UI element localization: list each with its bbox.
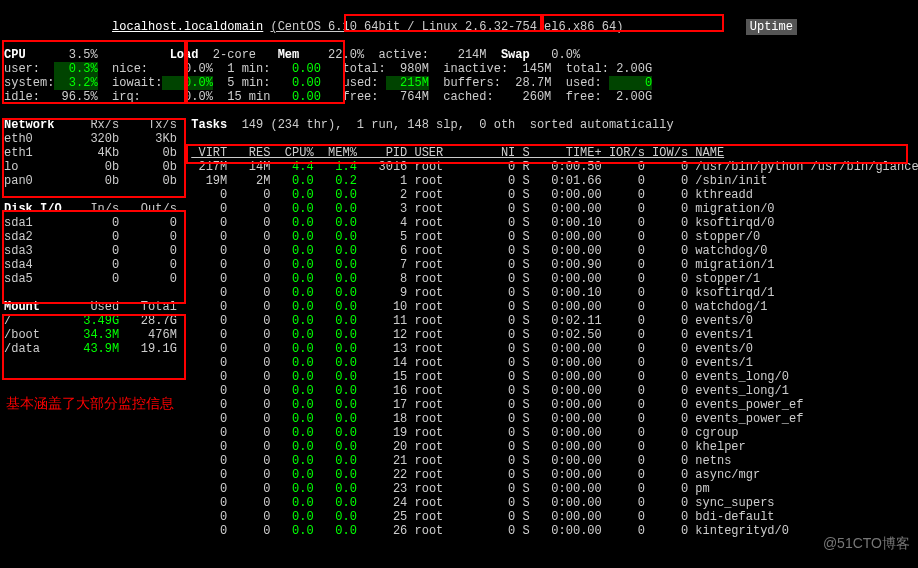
box-os	[344, 14, 542, 32]
box-disk	[2, 210, 186, 304]
annotation-text: 基本涵盖了大部分监控信息	[6, 396, 174, 410]
box-network	[2, 118, 186, 198]
box-kernel	[542, 14, 724, 32]
box-proc-headers	[186, 144, 908, 164]
watermark: @51CTO博客	[823, 536, 910, 550]
box-load	[186, 40, 345, 104]
box-cpu	[2, 40, 186, 104]
box-mount	[2, 314, 186, 380]
